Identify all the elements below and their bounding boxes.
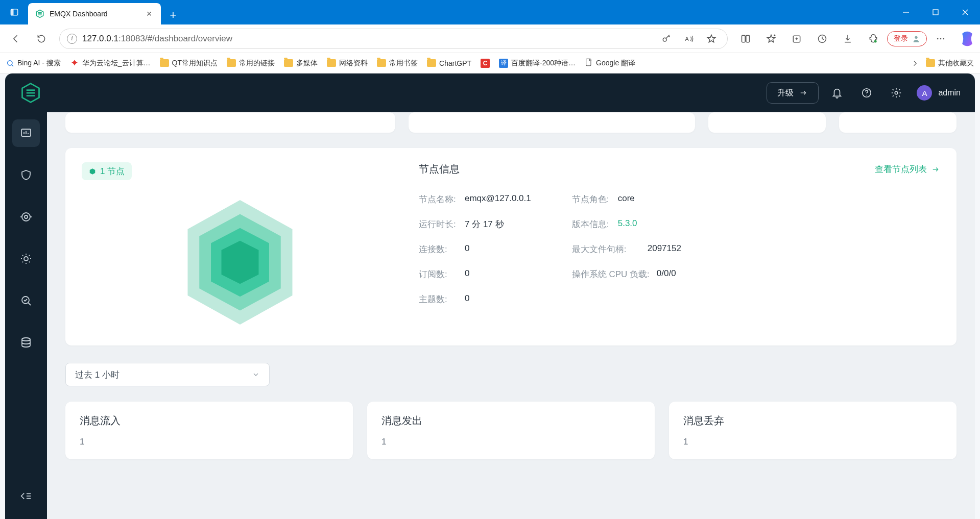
node-graphic [82,195,398,329]
svg-line-50 [28,303,31,305]
stat-card [839,112,957,133]
bing-icon [6,59,14,67]
folder-icon [427,59,436,67]
time-range-label: 过去 1 小时 [75,369,119,381]
sidebar-rules[interactable] [12,245,40,273]
new-tab-button[interactable]: + [164,6,182,24]
svg-point-48 [24,257,28,261]
bookmark-other[interactable]: 其他收藏夹 [926,59,974,68]
tab-favicon-icon [35,9,44,18]
more-menu-icon[interactable] [929,27,952,51]
svg-point-38 [867,95,867,95]
bookmark-bing[interactable]: Bing AI - 搜索 [6,59,61,68]
bookmarks-bar: Bing AI - 搜索 华为云论坛_云计算… QT常用知识点 常用的链接 多媒… [0,53,980,73]
copilot-icon[interactable] [959,30,976,47]
password-key-icon[interactable] [658,30,675,47]
svg-point-28 [943,38,945,39]
svg-point-25 [915,36,917,38]
svg-rect-1 [11,9,13,15]
arrow-right-icon [799,89,808,96]
window-controls [891,0,980,24]
browser-tab[interactable]: EMQX Dashboard × [28,3,161,24]
kv-version: 版本信息:5.3.0 [572,218,681,230]
user-avatar[interactable]: A [917,85,932,101]
folder-icon [227,59,236,67]
svg-point-51 [22,338,30,341]
svg-marker-15 [768,35,775,42]
minimize-button[interactable] [891,0,921,24]
favorites-icon[interactable] [759,27,783,51]
metric-value: 1 [381,437,640,447]
main-content: 1 节点 节点信息 查看节 [47,112,975,519]
split-screen-icon[interactable] [734,27,757,51]
kv-subscriptions: 订阅数:0 [419,268,531,280]
sidebar-collapse[interactable] [12,482,40,510]
login-button[interactable]: 登录 [887,31,927,46]
stat-card [65,112,395,133]
arrow-right-icon [931,166,940,173]
kv-max-fd: 最大文件句柄:2097152 [572,243,681,255]
favorite-star-icon[interactable] [703,30,720,47]
metric-card-drop: 消息丢弃 1 [669,402,957,459]
tab-actions-icon[interactable] [0,0,28,24]
downloads-icon[interactable] [836,27,859,51]
settings-icon[interactable] [885,82,907,104]
read-aloud-icon[interactable]: A [680,30,698,47]
address-bar[interactable]: i 127.0.0.1:18083/#/dashboard/overview A [59,29,728,49]
kv-uptime: 运行时长:7 分 17 秒 [419,218,531,230]
back-button[interactable] [4,27,28,51]
help-icon[interactable] [855,82,878,104]
svg-point-39 [895,91,898,94]
svg-rect-14 [746,35,750,42]
svg-point-45 [22,213,30,221]
c-icon: C [481,59,490,68]
bookmark-qt[interactable]: QT常用知识点 [160,59,218,68]
node-info-title: 节点信息 [419,162,460,176]
stat-cards-row [65,112,957,133]
emqx-logo-icon[interactable] [19,82,42,104]
browser-toolbar: i 127.0.0.1:18083/#/dashboard/overview A… [0,24,980,53]
upgrade-label: 升级 [777,88,794,98]
folder-icon [377,59,386,67]
bookmark-c[interactable]: C [481,59,490,68]
upgrade-button[interactable]: 升级 [767,82,819,104]
kv-connections: 连接数:0 [419,243,531,255]
bookmark-media[interactable]: 多媒体 [284,59,318,68]
folder-icon [327,59,336,67]
refresh-button[interactable] [30,27,53,51]
kv-node-name: 节点名称:emqx@127.0.0.1 [419,193,531,205]
metric-title: 消息流入 [80,414,339,428]
bookmark-chartgpt[interactable]: ChartGPT [427,59,471,67]
bookmark-baidu[interactable]: 译百度翻译-200种语… [499,59,576,68]
close-window-button[interactable] [950,0,980,24]
sidebar-cluster[interactable] [12,329,40,356]
folder-icon [284,59,293,67]
chevron-down-icon [252,370,260,379]
metric-value: 1 [80,437,339,447]
time-range-select[interactable]: 过去 1 小时 [65,363,270,386]
bookmarks-overflow[interactable] [912,60,919,67]
sidebar-security[interactable] [12,161,40,189]
kv-role: 节点角色:core [572,193,681,205]
maximize-button[interactable] [921,0,950,24]
site-info-icon[interactable]: i [67,34,77,44]
kv-cpu-load: 操作系统 CPU 负载:0/0/0 [572,268,681,280]
view-node-list-link[interactable]: 查看节点列表 [875,163,940,175]
app-topbar: 升级 A admin [5,73,975,112]
tab-close-icon[interactable]: × [145,9,154,18]
bookmark-links[interactable]: 常用的链接 [227,59,275,68]
bookmark-net[interactable]: 网络资料 [327,59,368,68]
sidebar-connections[interactable] [12,203,40,231]
extensions-icon[interactable] [862,27,885,51]
bell-icon[interactable] [826,82,848,104]
bookmark-google[interactable]: Google 翻译 [585,58,635,68]
history-icon[interactable] [810,27,834,51]
window-titlebar: EMQX Dashboard × + [0,0,980,24]
bookmark-bm[interactable]: 常用书签 [377,59,418,68]
svg-marker-55 [90,168,95,175]
sidebar-diagnose[interactable] [12,287,40,314]
sidebar-dashboard[interactable] [12,119,40,147]
bookmark-huawei[interactable]: 华为云论坛_云计算… [70,59,151,68]
collections-icon[interactable] [785,27,808,51]
metric-title: 消息丢弃 [683,414,942,428]
